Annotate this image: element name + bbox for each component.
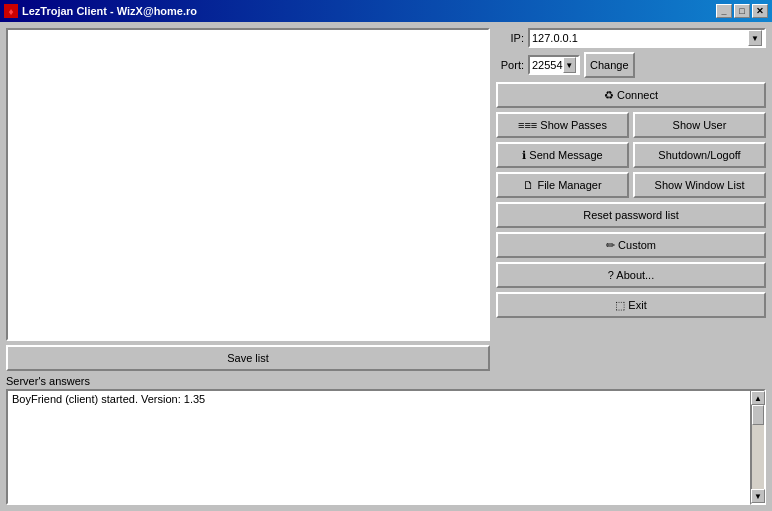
server-answers-label: Server's answers bbox=[6, 375, 766, 387]
exit-button[interactable]: ⬚ Exit bbox=[496, 292, 766, 318]
controls-panel: IP: 127.0.0.1 ▼ Port: 22554 ▼ Change ♻ C… bbox=[496, 28, 766, 371]
show-user-button[interactable]: Show User bbox=[633, 112, 766, 138]
minimize-button[interactable]: _ bbox=[716, 4, 732, 18]
server-answers-section: Server's answers BoyFriend (client) star… bbox=[6, 375, 766, 505]
ip-label: IP: bbox=[496, 32, 524, 44]
maximize-button[interactable]: □ bbox=[734, 4, 750, 18]
show-passes-show-user-row: ≡≡≡ Show Passes Show User bbox=[496, 112, 766, 138]
change-button[interactable]: Change bbox=[584, 52, 635, 78]
save-list-button[interactable]: Save list bbox=[6, 345, 490, 371]
port-label: Port: bbox=[496, 59, 524, 71]
send-message-button[interactable]: ℹ Send Message bbox=[496, 142, 629, 168]
title-bar-buttons: _ □ ✕ bbox=[716, 4, 768, 18]
port-dropdown-arrow[interactable]: ▼ bbox=[563, 57, 576, 73]
app-icon: ♦ bbox=[4, 4, 18, 18]
server-answers-box[interactable]: BoyFriend (client) started. Version: 1.3… bbox=[6, 389, 750, 505]
ip-dropdown-arrow[interactable]: ▼ bbox=[748, 30, 762, 46]
about-button[interactable]: ? About... bbox=[496, 262, 766, 288]
server-answers-scrollbar[interactable]: ▲ ▼ bbox=[750, 389, 766, 505]
main-window: Save list IP: 127.0.0.1 ▼ Port: 22554 ▼ … bbox=[0, 22, 772, 511]
list-box-container: Save list bbox=[6, 28, 490, 371]
title-bar: ♦ LezTrojan Client - WizX@home.ro _ □ ✕ bbox=[0, 0, 772, 22]
server-answers-wrapper: BoyFriend (client) started. Version: 1.3… bbox=[6, 389, 766, 505]
scroll-track bbox=[752, 405, 764, 489]
port-row: Port: 22554 ▼ Change bbox=[496, 52, 766, 78]
send-message-shutdown-row: ℹ Send Message Shutdown/Logoff bbox=[496, 142, 766, 168]
port-combo[interactable]: 22554 ▼ bbox=[528, 55, 580, 75]
scroll-down-arrow[interactable]: ▼ bbox=[751, 489, 765, 503]
main-list-box[interactable] bbox=[6, 28, 490, 341]
close-button[interactable]: ✕ bbox=[752, 4, 768, 18]
ip-value: 127.0.0.1 bbox=[532, 32, 578, 44]
scroll-thumb[interactable] bbox=[752, 405, 764, 425]
ip-row: IP: 127.0.0.1 ▼ bbox=[496, 28, 766, 48]
server-message: BoyFriend (client) started. Version: 1.3… bbox=[12, 393, 205, 405]
scroll-up-arrow[interactable]: ▲ bbox=[751, 391, 765, 405]
reset-password-list-button[interactable]: Reset password list bbox=[496, 202, 766, 228]
connect-button[interactable]: ♻ Connect bbox=[496, 82, 766, 108]
port-value: 22554 bbox=[532, 59, 563, 71]
window-title: LezTrojan Client - WizX@home.ro bbox=[22, 5, 197, 17]
show-window-list-button[interactable]: Show Window List bbox=[633, 172, 766, 198]
top-section: Save list IP: 127.0.0.1 ▼ Port: 22554 ▼ … bbox=[6, 28, 766, 371]
title-bar-left: ♦ LezTrojan Client - WizX@home.ro bbox=[4, 4, 197, 18]
ip-combo[interactable]: 127.0.0.1 ▼ bbox=[528, 28, 766, 48]
shutdown-logoff-button[interactable]: Shutdown/Logoff bbox=[633, 142, 766, 168]
file-manager-show-window-list-row: 🗋 File Manager Show Window List bbox=[496, 172, 766, 198]
show-passes-button[interactable]: ≡≡≡ Show Passes bbox=[496, 112, 629, 138]
custom-button[interactable]: ✏ Custom bbox=[496, 232, 766, 258]
file-manager-button[interactable]: 🗋 File Manager bbox=[496, 172, 629, 198]
